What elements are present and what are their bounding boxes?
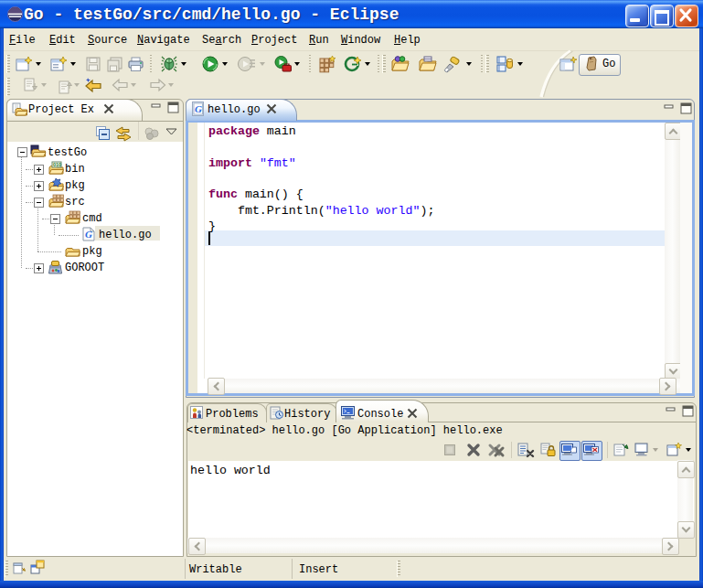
svg-text:G: G <box>195 103 202 114</box>
svg-text:010: 010 <box>53 162 61 167</box>
svg-text:G: G <box>85 229 92 240</box>
